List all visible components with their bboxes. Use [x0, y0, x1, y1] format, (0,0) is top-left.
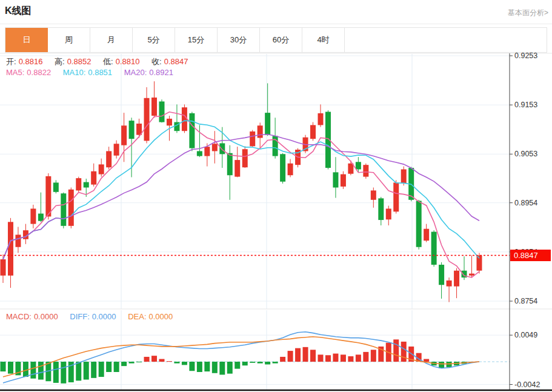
interval-tab-m15[interactable]: 15分	[175, 28, 218, 52]
macd-bar	[23, 362, 28, 377]
macd-bar	[227, 362, 233, 374]
macd-bar	[114, 362, 119, 372]
candle-body	[129, 121, 135, 139]
price-axis-label: 0.9253	[514, 51, 537, 60]
price-axis-label: 0.8954	[514, 199, 537, 207]
macd-bar	[348, 356, 353, 362]
macd-bar	[121, 362, 127, 366]
candle-body	[348, 164, 353, 174]
ma10-line	[3, 121, 479, 259]
candle-body	[356, 162, 361, 169]
macd-bar	[167, 361, 172, 362]
candle-body	[280, 154, 285, 181]
ma20-label: MA20:	[124, 68, 147, 77]
candle-body	[333, 172, 338, 187]
price-axis-label: 0.9153	[514, 101, 537, 109]
macd-bar	[174, 362, 179, 364]
macd-bar	[310, 350, 316, 362]
candle-body	[114, 144, 119, 155]
interval-tab-day[interactable]: 日	[5, 28, 48, 52]
macd-bar	[30, 362, 36, 379]
macd-bar	[280, 357, 285, 362]
macd-bar	[393, 339, 399, 362]
ma-legend: MA5:0.8822 MA10:0.8851 MA20:0.8921	[6, 68, 176, 77]
macd-label: MACD:	[6, 312, 32, 321]
macd-bar	[333, 354, 338, 362]
interval-tab-m60[interactable]: 60分	[260, 28, 302, 52]
macd-bar	[144, 357, 150, 362]
interval-tab-week[interactable]: 周	[48, 28, 90, 52]
macd-bar	[61, 362, 66, 384]
candle-body	[439, 265, 444, 285]
macd-bar	[189, 362, 195, 371]
candle-body	[424, 229, 429, 241]
price-axis-label: 0.9053	[514, 150, 537, 158]
macd-bar	[38, 362, 44, 380]
macd-bar	[234, 362, 240, 369]
candle-body	[212, 144, 218, 151]
macd-bar	[151, 356, 157, 362]
candle-body	[416, 201, 422, 247]
interval-tab-month[interactable]: 月	[90, 28, 133, 52]
ma20-value: 0.8921	[149, 68, 173, 77]
macd-bar	[129, 362, 135, 364]
candle-body	[8, 222, 13, 275]
candle-body	[219, 143, 225, 154]
candle-body	[1, 259, 6, 276]
macd-bar	[91, 362, 96, 378]
candle-body	[310, 125, 316, 139]
candle-body	[318, 113, 323, 125]
macd-bar	[212, 362, 218, 373]
candle-body	[189, 113, 195, 148]
macd-bar	[159, 359, 164, 362]
candle-body	[182, 107, 187, 131]
candle-body	[38, 214, 44, 221]
diff-label: DIFF:	[70, 312, 90, 321]
low-label: 低:	[103, 57, 113, 66]
macd-legend: MACD:0.0000 DIFF:0.0000 DEA:0.0000	[6, 312, 175, 321]
interval-tab-h4[interactable]: 4时	[302, 28, 345, 52]
close-label: 收:	[151, 57, 162, 66]
macd-bar	[219, 362, 225, 374]
candle-body	[68, 190, 74, 226]
candle-body	[325, 112, 331, 168]
candle-body	[121, 125, 127, 145]
macd-bar	[136, 362, 142, 362]
macd-bar	[447, 362, 452, 367]
diff-value: 0.0000	[92, 312, 116, 321]
macd-bar	[8, 362, 13, 374]
candle-body	[106, 151, 111, 167]
candle-body	[76, 178, 81, 190]
candle-body	[197, 151, 202, 156]
candle-body	[378, 198, 384, 220]
page-title: K线图	[5, 5, 32, 18]
candle-body	[167, 119, 172, 125]
open-value: 0.8816	[19, 57, 43, 66]
interval-tab-m5[interactable]: 5分	[133, 28, 175, 52]
macd-bar	[371, 350, 376, 362]
candle-body	[227, 153, 233, 176]
macd-bar	[197, 362, 202, 372]
macd-bar	[341, 354, 346, 362]
ohlc-legend: 开:0.8816 高:0.8852 低:0.8810 收:0.8847	[6, 56, 190, 67]
ma10-value: 0.8851	[88, 68, 112, 77]
macd-bar	[265, 362, 270, 364]
fundamental-analysis-link[interactable]: 基本面分析>	[508, 8, 548, 18]
macd-bar	[204, 362, 210, 371]
candle-body	[144, 98, 150, 141]
open-label: 开:	[6, 57, 16, 66]
ma5-line	[3, 112, 479, 277]
macd-bar	[325, 355, 331, 362]
candle-body	[258, 125, 263, 138]
macd-bar	[288, 351, 293, 362]
candle-body	[393, 182, 399, 211]
header-divider	[0, 24, 552, 24]
macd-bar	[76, 362, 81, 380]
interval-tab-m30[interactable]: 30分	[218, 28, 260, 52]
candle-body	[386, 208, 391, 219]
candle-body	[447, 281, 452, 287]
current-price-badge-label: 0.8847	[514, 251, 538, 260]
macd-bar	[84, 362, 89, 380]
candle-body	[469, 274, 474, 276]
macd-bar	[273, 362, 278, 364]
